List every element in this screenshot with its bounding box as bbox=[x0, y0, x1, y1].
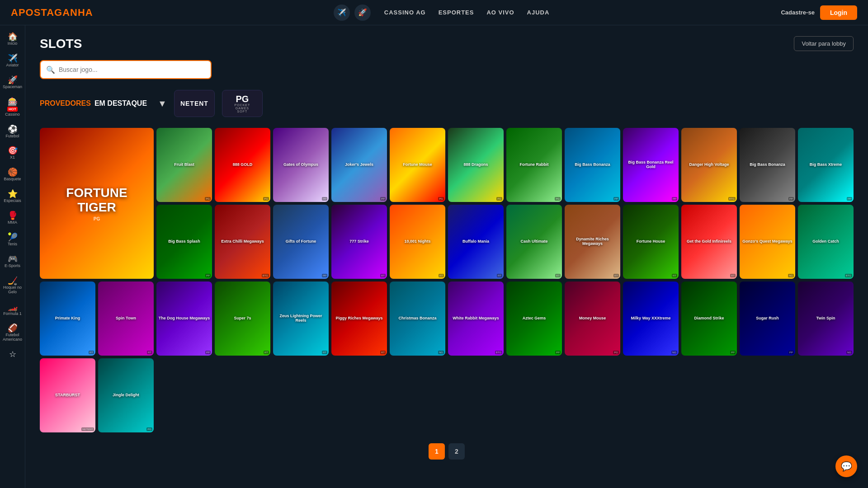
sidebar-item-mma[interactable]: 🥊 MMA bbox=[1, 208, 24, 229]
game-card-danger-high-voltage[interactable]: Danger High Voltage BTG bbox=[681, 128, 737, 202]
game-card-dynamite-riches[interactable]: Dynamite Riches Megaways RT bbox=[565, 205, 620, 279]
game-card-spin-town[interactable]: Spin Town RT bbox=[98, 282, 154, 356]
game-card-big-bass-bonanza-2[interactable]: Big Bass Bonanza PP bbox=[740, 128, 795, 202]
sidebar-item-x1[interactable]: 🎯 X1 bbox=[1, 143, 24, 164]
sidebar-item-hoquei[interactable]: 🏒 Hoquei no Gelo bbox=[1, 273, 24, 298]
cassino-badge: HOT bbox=[7, 107, 18, 112]
spaceman-topnav[interactable]: 🚀 bbox=[354, 5, 371, 21]
game-card-jingle-delight[interactable]: Jingle Delight PG bbox=[98, 358, 154, 432]
game-card-gifts-of-fortune[interactable]: Gifts of Fortune PP bbox=[273, 205, 329, 279]
nav-ajuda[interactable]: AJUDA bbox=[527, 9, 550, 16]
sidebar-item-aviator[interactable]: ✈️ Aviator bbox=[1, 51, 24, 71]
game-card-big-bass-bonanza[interactable]: Big Bass Bonanza PP bbox=[565, 128, 620, 202]
game-card-cash-ultimate[interactable]: Cash Ultimate RT bbox=[506, 205, 562, 279]
game-card-dog-house[interactable]: The Dog House Megaways PP bbox=[156, 282, 212, 356]
game-card-diamond-strike[interactable]: Diamond Strike PP bbox=[681, 282, 737, 356]
register-button[interactable]: Cadastre-se bbox=[781, 9, 814, 16]
tenis-sidebar-icon: 🎾 bbox=[8, 233, 18, 241]
game-card-888-dragons[interactable]: 888 Dragons PG bbox=[448, 128, 504, 202]
game-card-sugar-rush[interactable]: Sugar Rush PP bbox=[740, 282, 795, 356]
game-card-big-bass-splash[interactable]: Big Bass Splash PP bbox=[156, 205, 212, 279]
logo-orange: GANHA bbox=[54, 7, 93, 18]
game-card-christmas-bonanza[interactable]: Christmas Bonanza NG bbox=[390, 282, 445, 356]
game-card-get-the-gold[interactable]: Get the Gold Infinireels RT bbox=[681, 205, 737, 279]
nav-ao-vivo[interactable]: AO VIVO bbox=[486, 9, 514, 16]
sidebar-item-esports[interactable]: 🎮 E-Sports bbox=[1, 251, 24, 272]
sidebar-item-inicio[interactable]: 🏠 Início bbox=[1, 29, 24, 50]
sidebar-item-tenis[interactable]: 🎾 Tenis bbox=[1, 230, 24, 250]
sidebar-item-spaceman[interactable]: 🚀 Spaceman bbox=[1, 72, 24, 93]
sidebar-item-formula1[interactable]: 🏎️ Formula 1 bbox=[1, 299, 24, 320]
sidebar-label-futebol-americano: Futebol Americano bbox=[3, 333, 23, 342]
spaceman-icon: 🚀 bbox=[354, 5, 371, 21]
game-card-fortune-rabbit[interactable]: Fortune Rabbit PG bbox=[506, 128, 562, 202]
game-card-aztec-gems[interactable]: Aztec Gems PP bbox=[506, 282, 562, 356]
nav-esportes[interactable]: ESPORTES bbox=[439, 9, 474, 16]
game-card-extra-chilli[interactable]: Extra Chilli Megaways BTG bbox=[215, 205, 270, 279]
game-card-fortune-mouse[interactable]: Fortune Mouse PG bbox=[390, 128, 445, 202]
provider-netent[interactable]: NETENT bbox=[174, 90, 215, 117]
especiais-sidebar-icon: ⭐ bbox=[8, 190, 18, 198]
game-card-money-mouse[interactable]: Money Mouse PG bbox=[565, 282, 620, 356]
esports-sidebar-icon: 🎮 bbox=[8, 255, 18, 263]
sidebar-label-basquete: Basquete bbox=[4, 177, 21, 182]
spaceman-sidebar-icon: 🚀 bbox=[8, 76, 18, 84]
game-card-buffalo-mania[interactable]: Buffalo Mania RT bbox=[448, 205, 504, 279]
game-card-milky-way[interactable]: Milky Way XXXtreme NG bbox=[623, 282, 679, 356]
back-to-lobby-button[interactable]: Voltar para lobby bbox=[794, 36, 854, 51]
futebol-sidebar-icon: ⚽ bbox=[8, 125, 18, 133]
sidebar-item-futebol-americano[interactable]: 🏈 Futebol Americano bbox=[1, 320, 24, 346]
cassino-sidebar-icon: 🎰 bbox=[8, 98, 18, 106]
sidebar-label-especiais: Especiais bbox=[4, 199, 21, 203]
game-card-twin-spin[interactable]: Twin Spin NG bbox=[798, 282, 854, 356]
formula1-sidebar-icon: 🏎️ bbox=[8, 303, 18, 311]
page-1-button[interactable]: 1 bbox=[429, 443, 445, 460]
game-card-starburst[interactable]: STARBURST NETENT bbox=[40, 358, 95, 432]
game-card-fortune-tiger[interactable]: FORTUNETIGER PG bbox=[40, 128, 154, 279]
sidebar-item-basquete[interactable]: 🏀 Basquete bbox=[1, 164, 24, 185]
sidebar-item-especiais[interactable]: ⭐ Especiais bbox=[1, 186, 24, 207]
sidebar-label-aviator: Aviator bbox=[6, 63, 19, 68]
topnav-game-links: ✈️ 🚀 CASSINO AG ESPORTES AO VIVO AJUDA bbox=[111, 5, 772, 21]
aviator-sidebar-icon: ✈️ bbox=[8, 54, 18, 62]
chat-button[interactable]: 💬 bbox=[835, 455, 857, 477]
filter-icon[interactable]: ▼ bbox=[158, 99, 167, 109]
mma-sidebar-icon: 🥊 bbox=[8, 211, 18, 220]
sidebar-label-esports: E-Sports bbox=[5, 264, 20, 268]
sidebar-label-cassino: Cassino bbox=[5, 113, 20, 117]
sidebar-item-extra[interactable]: ☆ bbox=[1, 347, 24, 362]
login-button[interactable]: Login bbox=[820, 5, 857, 20]
game-card-primate-king[interactable]: Primate King RT bbox=[40, 282, 95, 356]
sidebar-item-futebol[interactable]: ⚽ Futebol bbox=[1, 122, 24, 142]
sidebar-label-inicio: Início bbox=[8, 42, 18, 46]
game-card-zeus-lightning[interactable]: Zeus Lightning Power Reels RT bbox=[273, 282, 329, 356]
game-card-super-7s[interactable]: Super 7s RT bbox=[215, 282, 270, 356]
x1-sidebar-icon: 🎯 bbox=[8, 146, 18, 155]
provider-pg[interactable]: PG POCKET GAMES SOFT bbox=[222, 90, 263, 117]
game-card-white-rabbit[interactable]: White Rabbit Megaways BTG bbox=[448, 282, 504, 356]
game-card-888-gold[interactable]: 888 GOLD PG bbox=[215, 128, 270, 202]
inicio-icon: 🏠 bbox=[8, 33, 18, 41]
game-card-big-bass-reel[interactable]: Big Bass Bonanza Reel Gold PP bbox=[623, 128, 679, 202]
game-card-fortune-house[interactable]: Fortune House RT bbox=[623, 205, 679, 279]
game-card-777-strike[interactable]: 777 Strike RT bbox=[331, 205, 387, 279]
extra-sidebar-icon: ☆ bbox=[9, 350, 16, 358]
hoquei-sidebar-icon: 🏒 bbox=[8, 277, 18, 285]
game-card-gonzos-quest[interactable]: Gonzo's Quest Megaways NG bbox=[740, 205, 795, 279]
search-input[interactable] bbox=[59, 66, 205, 73]
game-card-10001-nights[interactable]: 10,001 Nights RT bbox=[390, 205, 445, 279]
sidebar-item-cassino[interactable]: 🎰 HOT Cassino bbox=[1, 94, 24, 121]
search-icon: 🔍 bbox=[46, 66, 55, 74]
game-card-jokers-jewels[interactable]: Joker's Jewels PP bbox=[331, 128, 387, 202]
sidebar-label-futebol: Futebol bbox=[5, 134, 19, 139]
game-card-gates-olympus[interactable]: Gates of Olympus PP bbox=[273, 128, 329, 202]
game-card-golden-catch[interactable]: Golden Catch BTG bbox=[798, 205, 854, 279]
logo-white: APOSTA bbox=[11, 7, 54, 18]
page-2-button[interactable]: 2 bbox=[448, 443, 465, 460]
logo[interactable]: APOSTAGANHA bbox=[11, 7, 93, 19]
game-card-fruit-blast[interactable]: Fruit Blast PG bbox=[156, 128, 212, 202]
aviator-topnav[interactable]: ✈️ bbox=[334, 5, 350, 21]
game-card-big-bass-xtreme[interactable]: Big Bass Xtreme PP bbox=[798, 128, 854, 202]
game-card-piggy-riches[interactable]: Piggy Riches Megaways RT bbox=[331, 282, 387, 356]
nav-cassino[interactable]: CASSINO AG bbox=[384, 9, 426, 16]
